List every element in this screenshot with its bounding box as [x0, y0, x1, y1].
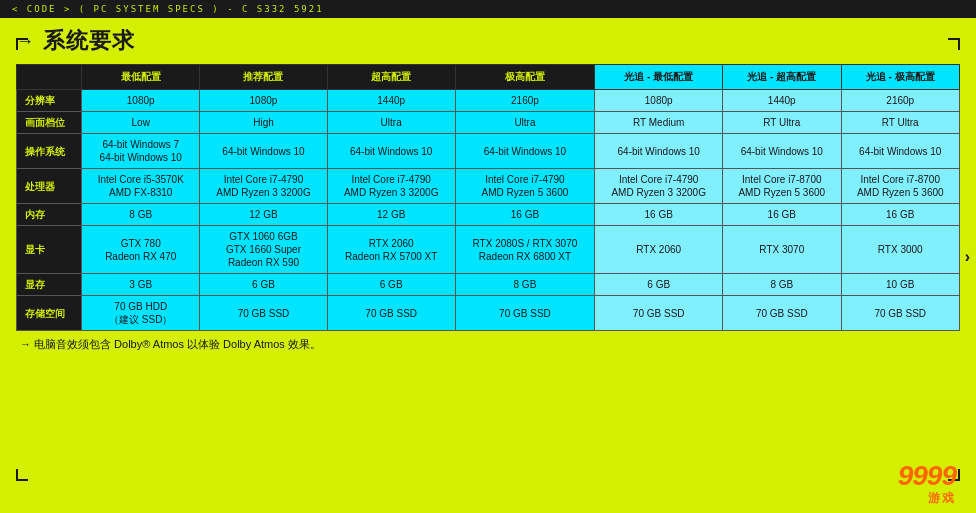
- cell-extreme: 70 GB SSD: [455, 296, 595, 331]
- cell-min: Intel Core i5-3570K AMD FX-8310: [82, 169, 200, 204]
- cell-min: 70 GB HDD （建议 SSD）: [82, 296, 200, 331]
- cell-rt_extreme: 70 GB SSD: [841, 296, 960, 331]
- cell-min: Low: [82, 112, 200, 134]
- cell-min: 3 GB: [82, 274, 200, 296]
- cell-ultra: 12 GB: [327, 204, 455, 226]
- cell-rt_min: RT Medium: [595, 112, 723, 134]
- cell-min: 8 GB: [82, 204, 200, 226]
- cell-extreme: 64-bit Windows 10: [455, 134, 595, 169]
- cell-min: 1080p: [82, 90, 200, 112]
- col-header-extreme: 极高配置: [455, 65, 595, 90]
- cell-rt_extreme: 10 GB: [841, 274, 960, 296]
- logo-text: 游戏: [898, 490, 956, 507]
- cell-rt_min: Intel Core i7-4790 AMD Ryzen 3 3200G: [595, 169, 723, 204]
- cell-recommended: High: [200, 112, 328, 134]
- cell-min: GTX 780 Radeon RX 470: [82, 226, 200, 274]
- cell-extreme: RTX 2080S / RTX 3070 Radeon RX 6800 XT: [455, 226, 595, 274]
- corner-decoration-tr: [948, 38, 960, 50]
- cell-rt_extreme: 64-bit Windows 10: [841, 134, 960, 169]
- cell-rt_extreme: 16 GB: [841, 204, 960, 226]
- table-row: 操作系统64-bit Windows 7 64-bit Windows 1064…: [17, 134, 960, 169]
- page-title: 系统要求: [16, 26, 960, 56]
- corner-decoration-bl: [16, 469, 28, 481]
- cell-label: 存储空间: [17, 296, 82, 331]
- cell-label: 内存: [17, 204, 82, 226]
- table-row: 显卡GTX 780 Radeon RX 470GTX 1060 6GB GTX …: [17, 226, 960, 274]
- table-row: 内存8 GB12 GB12 GB16 GB16 GB16 GB16 GB: [17, 204, 960, 226]
- cell-recommended: 64-bit Windows 10: [200, 134, 328, 169]
- cell-ultra: Intel Core i7-4790 AMD Ryzen 3 3200G: [327, 169, 455, 204]
- col-header-label: [17, 65, 82, 90]
- scroll-indicator[interactable]: ›: [965, 248, 970, 266]
- cell-label: 画面档位: [17, 112, 82, 134]
- cell-ultra: 70 GB SSD: [327, 296, 455, 331]
- cell-rt_ultra: RT Ultra: [723, 112, 841, 134]
- cell-rt_min: 1080p: [595, 90, 723, 112]
- col-header-min: 最低配置: [82, 65, 200, 90]
- cell-recommended: 70 GB SSD: [200, 296, 328, 331]
- cell-recommended: Intel Core i7-4790 AMD Ryzen 3 3200G: [200, 169, 328, 204]
- top-bar: < CODE > ( PC SYSTEM SPECS ) - C S332 59…: [0, 0, 976, 18]
- table-row: 存储空间70 GB HDD （建议 SSD）70 GB SSD70 GB SSD…: [17, 296, 960, 331]
- cell-rt_min: 70 GB SSD: [595, 296, 723, 331]
- top-bar-text: < CODE > ( PC SYSTEM SPECS ) - C S332 59…: [12, 4, 324, 14]
- col-header-rt-min: 光追 - 最低配置: [595, 65, 723, 90]
- cell-rt_extreme: 2160p: [841, 90, 960, 112]
- col-header-ultra: 超高配置: [327, 65, 455, 90]
- cell-rt_ultra: 8 GB: [723, 274, 841, 296]
- cell-min: 64-bit Windows 7 64-bit Windows 10: [82, 134, 200, 169]
- cell-extreme: Ultra: [455, 112, 595, 134]
- cell-rt_extreme: Intel Core i7-8700 AMD Ryzen 5 3600: [841, 169, 960, 204]
- footer-note: 电脑音效须包含 Dolby® Atmos 以体验 Dolby Atmos 效果。: [16, 337, 960, 352]
- cell-ultra: 1440p: [327, 90, 455, 112]
- col-header-recommended: 推荐配置: [200, 65, 328, 90]
- table-header-row: 最低配置 推荐配置 超高配置 极高配置 光追 - 最低配置 光追 - 超高配置 …: [17, 65, 960, 90]
- col-header-rt-ultra: 光追 - 超高配置: [723, 65, 841, 90]
- table-row: 显存3 GB6 GB6 GB8 GB6 GB8 GB10 GB: [17, 274, 960, 296]
- cell-rt_min: 6 GB: [595, 274, 723, 296]
- cell-extreme: 16 GB: [455, 204, 595, 226]
- cell-label: 分辨率: [17, 90, 82, 112]
- cell-extreme: Intel Core i7-4790 AMD Ryzen 5 3600: [455, 169, 595, 204]
- cell-rt_extreme: RT Ultra: [841, 112, 960, 134]
- cell-label: 显卡: [17, 226, 82, 274]
- main-container: 系统要求 最低配置 推荐配置 超高配置 极高配置 光追 - 最低配置 光追 - …: [0, 18, 976, 358]
- cell-extreme: 8 GB: [455, 274, 595, 296]
- table-row: 处理器Intel Core i5-3570K AMD FX-8310Intel …: [17, 169, 960, 204]
- cell-recommended: 6 GB: [200, 274, 328, 296]
- corner-decoration-tl: [16, 38, 28, 50]
- logo-number: 9999: [898, 462, 956, 490]
- specs-table: 最低配置 推荐配置 超高配置 极高配置 光追 - 最低配置 光追 - 超高配置 …: [16, 64, 960, 331]
- logo-area: 9999 游戏: [898, 462, 956, 507]
- cell-ultra: 64-bit Windows 10: [327, 134, 455, 169]
- cell-rt_min: 16 GB: [595, 204, 723, 226]
- cell-rt_ultra: 16 GB: [723, 204, 841, 226]
- cell-ultra: RTX 2060 Radeon RX 5700 XT: [327, 226, 455, 274]
- cell-rt_ultra: 64-bit Windows 10: [723, 134, 841, 169]
- table-row: 分辨率1080p1080p1440p2160p1080p1440p2160p: [17, 90, 960, 112]
- cell-ultra: 6 GB: [327, 274, 455, 296]
- col-header-rt-extreme: 光追 - 极高配置: [841, 65, 960, 90]
- cell-label: 显存: [17, 274, 82, 296]
- cell-rt_min: RTX 2060: [595, 226, 723, 274]
- cell-label: 处理器: [17, 169, 82, 204]
- cell-label: 操作系统: [17, 134, 82, 169]
- cell-rt_extreme: RTX 3000: [841, 226, 960, 274]
- cell-rt_ultra: RTX 3070: [723, 226, 841, 274]
- table-row: 画面档位LowHighUltraUltraRT MediumRT UltraRT…: [17, 112, 960, 134]
- cell-recommended: 1080p: [200, 90, 328, 112]
- cell-rt_ultra: 1440p: [723, 90, 841, 112]
- footer-note-text: 电脑音效须包含 Dolby® Atmos 以体验 Dolby Atmos 效果。: [34, 338, 321, 350]
- cell-recommended: GTX 1060 6GB GTX 1660 Super Radeon RX 59…: [200, 226, 328, 274]
- cell-recommended: 12 GB: [200, 204, 328, 226]
- cell-ultra: Ultra: [327, 112, 455, 134]
- cell-rt_ultra: Intel Core i7-8700 AMD Ryzen 5 3600: [723, 169, 841, 204]
- cell-extreme: 2160p: [455, 90, 595, 112]
- cell-rt_ultra: 70 GB SSD: [723, 296, 841, 331]
- cell-rt_min: 64-bit Windows 10: [595, 134, 723, 169]
